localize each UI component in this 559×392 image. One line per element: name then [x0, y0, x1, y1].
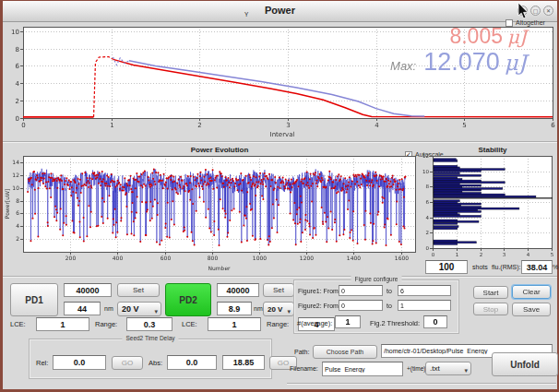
seed2-rel-field[interactable] — [53, 355, 106, 370]
max-energy-readout: Max:12.070μJ — [280, 50, 527, 75]
time-suffix-label: +(time) — [407, 365, 425, 372]
threshold-field[interactable] — [423, 315, 447, 328]
max-energy-value: 12.070 — [423, 48, 500, 76]
chevron-down-icon: ▾ — [154, 304, 158, 318]
app-window: Power – ▢ ✕ Altogether Y 8.005μJ Max:12.… — [0, 0, 559, 392]
shots-count-field[interactable] — [425, 260, 468, 274]
pd1-lce-label: LCE: — [10, 320, 26, 328]
seed2-rel-go-button[interactable]: GO — [112, 356, 143, 370]
chevron-down-icon: ▾ — [464, 364, 468, 377]
evolution-plot-canvas — [3, 144, 422, 278]
extension-dropdown[interactable]: .txt ▾ — [425, 362, 471, 375]
pd1-frequency-field[interactable] — [64, 283, 112, 297]
separator-top — [3, 141, 557, 143]
figure-config-title: Figure configure — [351, 276, 402, 282]
top-plot-axis-title: Y — [244, 11, 248, 18]
window-title: Power — [3, 5, 557, 16]
pd1-set-button[interactable]: Set — [117, 283, 160, 297]
pd1-lce-field[interactable] — [36, 317, 89, 331]
threshold-label: Fig.2 Threshold: — [370, 319, 420, 327]
pd2-set-button[interactable]: Set — [263, 283, 294, 297]
fig2-to-label: to — [387, 303, 392, 309]
fig1-to-field[interactable] — [398, 285, 451, 296]
stop-button[interactable]: Stop — [473, 303, 508, 315]
filename-label: Filename: — [290, 365, 318, 372]
pd1-button[interactable]: PD1 — [10, 283, 58, 316]
fig1-to-label: to — [387, 288, 392, 294]
pd2-lce-label: LCE: — [182, 320, 197, 328]
average-field[interactable] — [335, 315, 361, 328]
fig2-to-field[interactable] — [398, 300, 451, 311]
percent-label: % — [553, 264, 558, 270]
seed2-group-title: Seed2 Time Delay — [122, 335, 178, 341]
unfold-button[interactable]: Unfold — [492, 352, 558, 376]
pd1-nm-label: nm — [104, 305, 113, 312]
clear-button[interactable]: Clear — [512, 285, 551, 299]
fig1-from-field[interactable] — [339, 285, 383, 296]
pd2-voltage-value: 20 V — [268, 305, 282, 314]
mouse-cursor — [517, 3, 530, 19]
filename-field[interactable] — [322, 362, 403, 376]
current-energy-unit: μJ — [507, 26, 527, 48]
rms-value-field[interactable] — [521, 260, 553, 274]
pd1-voltage-value: 20 V — [122, 304, 139, 314]
separator-middle — [3, 276, 557, 278]
seed2-rel-label: Rel: — [36, 359, 48, 367]
seed2-abs-label: Abs: — [149, 359, 162, 367]
current-energy-readout: 8.005μJ — [280, 26, 527, 47]
average-label: #(average): — [297, 319, 332, 327]
pd1-range-label: Range: — [95, 320, 117, 328]
pd2-wavelength-field[interactable] — [217, 302, 252, 315]
fig2-from-field[interactable] — [339, 300, 383, 311]
seed2-abs-field[interactable] — [167, 355, 217, 370]
save-button[interactable]: Save — [512, 303, 551, 316]
chevron-down-icon: ▾ — [287, 304, 291, 318]
max-label: Max: — [390, 59, 416, 73]
seed2-abs2-field[interactable] — [222, 355, 265, 370]
pd2-nm-label: nm — [254, 305, 263, 312]
shots-label: shots — [472, 264, 488, 270]
path-label: Path: — [294, 349, 309, 355]
pd2-range-label: Range: — [267, 320, 289, 328]
window-titlebar[interactable]: Power – ▢ ✕ — [3, 1, 557, 22]
extension-value: .txt — [430, 364, 440, 373]
fig1-from-label: Figure1: From — [298, 288, 339, 294]
choose-path-button[interactable]: Choose Path — [313, 345, 377, 359]
max-energy-unit: μJ — [505, 51, 527, 75]
pd1-voltage-dropdown[interactable]: 20 V ▾ — [117, 302, 161, 316]
stability-plot-canvas — [422, 144, 557, 260]
rms-label: flu.(RMS): — [492, 264, 521, 270]
pd2-frequency-field[interactable] — [217, 283, 259, 297]
fig2-from-label: Figure2: From — [298, 303, 339, 309]
start-button[interactable]: Start — [473, 286, 508, 299]
pd2-button[interactable]: PD2 — [165, 283, 211, 316]
energy-readouts: 8.005μJ Max:12.070μJ — [280, 26, 527, 75]
pd1-range-field[interactable] — [126, 317, 172, 331]
current-energy-value: 8.005 — [449, 24, 503, 48]
pd2-voltage-dropdown[interactable]: 20 V ▾ — [263, 302, 294, 316]
pd2-lce-field[interactable] — [208, 317, 261, 331]
pd1-wavelength-field[interactable] — [64, 302, 101, 315]
separator-bottom — [287, 383, 556, 385]
